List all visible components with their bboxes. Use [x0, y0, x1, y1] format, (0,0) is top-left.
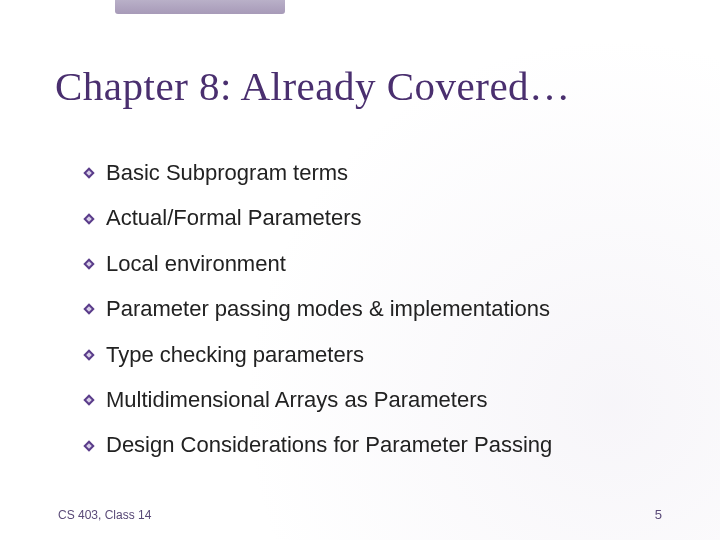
list-item: Parameter passing modes & implementation…	[82, 296, 680, 322]
list-item-text: Design Considerations for Parameter Pass…	[106, 432, 552, 458]
list-item: Design Considerations for Parameter Pass…	[82, 432, 680, 458]
list-item-text: Actual/Formal Parameters	[106, 205, 362, 231]
diamond-bullet-icon	[82, 393, 96, 407]
list-item: Type checking parameters	[82, 342, 680, 368]
slide-body: Basic Subprogram terms Actual/Formal Par…	[82, 160, 680, 478]
list-item-text: Parameter passing modes & implementation…	[106, 296, 550, 322]
list-item-text: Multidimensional Arrays as Parameters	[106, 387, 487, 413]
diamond-bullet-icon	[82, 257, 96, 271]
list-item-text: Basic Subprogram terms	[106, 160, 348, 186]
list-item-text: Local environment	[106, 251, 286, 277]
diamond-bullet-icon	[82, 212, 96, 226]
footer-course-label: CS 403, Class 14	[58, 508, 151, 522]
slide-title: Chapter 8: Already Covered…	[55, 62, 680, 110]
list-item: Actual/Formal Parameters	[82, 205, 680, 231]
list-item: Basic Subprogram terms	[82, 160, 680, 186]
diamond-bullet-icon	[82, 166, 96, 180]
list-item-text: Type checking parameters	[106, 342, 364, 368]
diamond-bullet-icon	[82, 302, 96, 316]
page-number: 5	[655, 507, 662, 522]
slide: Chapter 8: Already Covered… Basic Subpro…	[0, 0, 720, 540]
decorative-top-bar	[115, 0, 285, 14]
diamond-bullet-icon	[82, 439, 96, 453]
list-item: Local environment	[82, 251, 680, 277]
diamond-bullet-icon	[82, 348, 96, 362]
list-item: Multidimensional Arrays as Parameters	[82, 387, 680, 413]
